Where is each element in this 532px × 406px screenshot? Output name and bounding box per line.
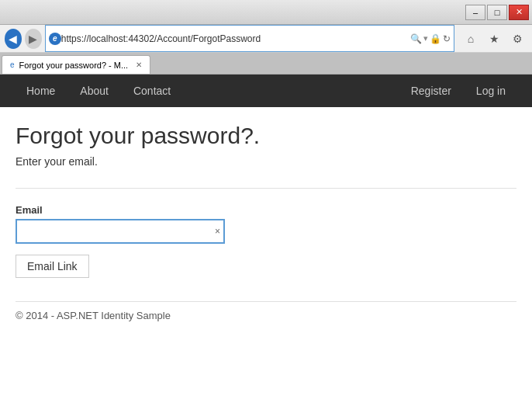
address-bar: ◀ ▶ e https://localhost:44302/Account/Fo… <box>0 25 532 53</box>
page-subtitle: Enter your email. <box>16 155 516 168</box>
browser-content: Home About Contact Register Log in Forgo… <box>0 75 532 406</box>
nav-menu: Home About Contact Register Log in <box>0 75 532 107</box>
search-icon[interactable]: 🔍 <box>410 33 422 44</box>
refresh-icon[interactable]: ↻ <box>443 33 451 44</box>
maximize-button[interactable]: □ <box>487 5 507 20</box>
settings-button[interactable]: ⚙ <box>507 29 527 49</box>
favorites-button[interactable]: ★ <box>484 29 504 49</box>
email-input-wrapper: × <box>16 219 225 244</box>
nav-register[interactable]: Register <box>400 78 462 103</box>
nav-contact[interactable]: Contact <box>123 78 181 103</box>
email-link-button[interactable]: Email Link <box>16 255 89 278</box>
tab-bar: e Forgot your password? - M... ✕ <box>0 53 532 75</box>
browser-tab[interactable]: e Forgot your password? - M... ✕ <box>2 55 150 74</box>
back-button[interactable]: ◀ <box>5 29 22 49</box>
forward-button[interactable]: ▶ <box>25 29 42 49</box>
tab-close-button[interactable]: ✕ <box>136 61 142 69</box>
nav-about[interactable]: About <box>69 78 119 103</box>
page-content: Forgot your password?. Enter your email.… <box>0 107 532 406</box>
address-input-wrapper: e https://localhost:44302/Account/Forgot… <box>45 25 454 52</box>
email-label: Email <box>16 204 516 216</box>
tab-label: Forgot your password? - M... <box>19 61 129 70</box>
tab-favicon: e <box>10 61 15 69</box>
clear-button[interactable]: × <box>215 226 220 237</box>
nav-right: Register Log in <box>400 78 516 103</box>
title-bar: – □ ✕ <box>0 0 532 25</box>
browser-window: – □ ✕ ◀ ▶ e https://localhost:44302/Acco… <box>0 0 532 406</box>
separator: ▾ <box>423 33 428 43</box>
minimize-button[interactable]: – <box>465 5 485 20</box>
top-divider <box>16 188 516 189</box>
address-icons: 🔍 ▾ 🔒 ↻ <box>410 33 451 44</box>
form-section: Email × Email Link <box>16 196 516 286</box>
close-button[interactable]: ✕ <box>509 5 529 20</box>
ie-favicon: e <box>49 33 61 45</box>
footer-text: © 2014 - ASP.NET Identity Sample <box>16 310 516 321</box>
nav-login[interactable]: Log in <box>465 78 516 103</box>
lock-icon: 🔒 <box>430 33 441 44</box>
window-controls: – □ ✕ <box>465 5 529 20</box>
nav-home[interactable]: Home <box>16 78 66 103</box>
bottom-divider <box>16 301 516 302</box>
toolbar-right: ⌂ ★ ⚙ <box>461 29 527 49</box>
home-button[interactable]: ⌂ <box>461 29 481 49</box>
url-text: https://localhost:44302/Account/ForgotPa… <box>61 33 407 44</box>
nav-left: Home About Contact <box>16 78 181 103</box>
page-title: Forgot your password?. <box>16 123 516 149</box>
email-input[interactable] <box>16 219 225 244</box>
